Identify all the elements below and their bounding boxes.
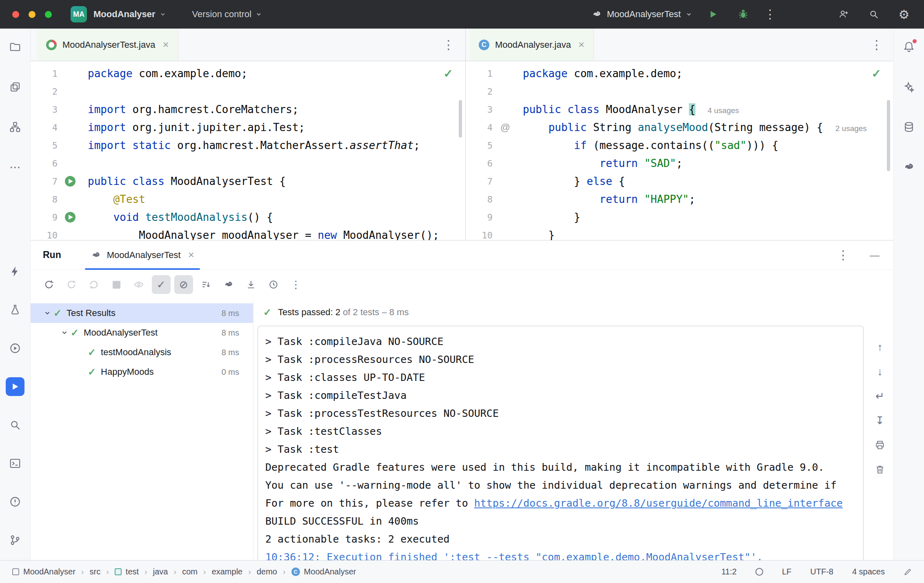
breadcrumb-item[interactable]: java (153, 567, 168, 576)
run-tab-moodanalysertest[interactable]: MoodAnalyserTest × (88, 240, 197, 270)
run-panel-options-icon[interactable]: ⋮ (837, 248, 849, 262)
hide-panel-icon[interactable]: — (870, 249, 880, 261)
breadcrumb-item[interactable]: MoodAnalyser (12, 567, 76, 576)
project-folder-icon[interactable] (6, 38, 24, 56)
build-icon[interactable] (6, 262, 24, 281)
sort-by-duration-icon[interactable] (197, 275, 215, 294)
run-toolwindow-icon[interactable] (6, 377, 24, 396)
test-tree-item[interactable]: ✓HappyMoods0 ms (31, 362, 253, 382)
test-tree-item[interactable]: ✓Test Results8 ms (31, 303, 253, 323)
code-line[interactable]: } (523, 226, 893, 240)
code-editor[interactable]: 12345678910 package com.example.demo;imp… (31, 61, 465, 240)
services-icon[interactable] (6, 339, 24, 358)
stop-icon[interactable] (107, 275, 126, 294)
indent-widget[interactable]: 4 spaces (852, 567, 885, 576)
encoding-widget[interactable]: UTF-8 (810, 567, 833, 576)
next-occurrence-icon[interactable]: ↓ (873, 365, 887, 378)
run-test-gutter-icon[interactable] (65, 212, 76, 223)
close-tab-icon[interactable]: × (162, 38, 169, 51)
breadcrumb-item[interactable]: demo (257, 567, 277, 576)
project-menu[interactable]: MoodAnalyser (93, 9, 155, 20)
code-line[interactable]: } else { (523, 172, 893, 190)
code-line[interactable]: @Test (88, 190, 465, 208)
copy-icon[interactable] (6, 78, 24, 96)
toolbar-more-icon[interactable]: ⋮ (287, 275, 305, 294)
soft-wrap-icon[interactable]: ↵ (873, 389, 887, 403)
inspections-passed-icon[interactable]: ✓ (444, 67, 453, 80)
code-line[interactable]: return "HAPPY"; (523, 190, 893, 208)
debug-button[interactable] (734, 5, 753, 24)
tab-moodanalyser-java[interactable]: C MoodAnalyser.java × (470, 29, 594, 61)
tab-moodanalysertest-java[interactable]: MoodAnalyserTest.java × (37, 29, 178, 61)
maximize-window-icon[interactable] (45, 11, 52, 18)
prev-occurrence-icon[interactable]: ↑ (873, 340, 887, 354)
caret-position[interactable]: 11:2 (721, 567, 736, 576)
settings-gear-icon[interactable]: ⚙ (895, 5, 913, 24)
git-branch-icon[interactable] (6, 531, 24, 550)
search-icon[interactable] (864, 5, 883, 24)
database-icon[interactable] (900, 118, 918, 136)
resume-icon[interactable] (62, 275, 81, 294)
code-line[interactable] (523, 82, 893, 100)
flask-icon[interactable] (6, 300, 24, 319)
gradle-icon[interactable] (900, 158, 918, 176)
code-line[interactable] (88, 82, 465, 100)
code-line[interactable]: } (523, 208, 893, 226)
clear-console-trash-icon[interactable] (873, 463, 887, 476)
run-configuration-selector[interactable]: MoodAnalyserTest (591, 9, 692, 20)
run-button[interactable] (704, 5, 722, 24)
scrollbar[interactable] (459, 100, 462, 138)
console-link[interactable]: https://docs.gradle.org/8.8/userguide/co… (474, 497, 843, 509)
line-separator-widget[interactable]: LF (782, 567, 791, 576)
show-passed-toggle-icon[interactable]: ✓ (152, 275, 171, 294)
code-line[interactable]: import org.junit.jupiter.api.Test; (88, 118, 465, 136)
code-text[interactable]: package com.example.demo;import org.hamc… (88, 65, 465, 240)
scroll-to-end-icon[interactable]: ↧ (873, 414, 887, 427)
more-actions-icon[interactable]: ⋮ (764, 8, 776, 20)
tab-options-icon[interactable]: ⋮ (871, 38, 883, 52)
rerun-failed-tests-icon[interactable] (84, 275, 103, 294)
inspections-passed-icon[interactable]: ✓ (872, 67, 881, 80)
test-history-icon[interactable] (264, 275, 283, 294)
problems-icon[interactable] (6, 492, 24, 511)
terminal-icon[interactable] (6, 454, 24, 473)
print-icon[interactable] (873, 438, 887, 452)
add-user-icon[interactable] (834, 5, 853, 24)
breadcrumb-item[interactable]: test (115, 567, 139, 576)
notifications-bell-icon[interactable] (900, 38, 918, 56)
code-analysis-ring-icon[interactable] (755, 568, 763, 576)
code-line[interactable]: if (message.contains(("sad"))) { (523, 136, 893, 154)
annotation-gutter-icon[interactable]: @ (493, 122, 518, 133)
console-output[interactable]: > Task :compileJava NO-SOURCE> Task :pro… (258, 326, 864, 560)
show-options-eye-icon[interactable] (129, 275, 148, 294)
scrollbar[interactable] (887, 100, 890, 171)
code-line[interactable]: import org.hamcrest.CoreMatchers; (88, 100, 465, 118)
rerun-icon[interactable] (40, 275, 58, 294)
breadcrumb-item[interactable]: com (182, 567, 198, 576)
chevron-expanded-icon[interactable] (41, 310, 53, 316)
ai-assistant-icon[interactable] (900, 78, 918, 96)
structure-icon[interactable] (6, 118, 24, 136)
code-line[interactable]: import static org.hamcrest.MatcherAssert… (88, 136, 465, 154)
test-tree-item[interactable]: ✓testMoodAnalysis8 ms (31, 343, 253, 362)
more-tool-windows-icon[interactable]: ⋯ (6, 158, 24, 176)
version-control-menu[interactable]: Version control (192, 9, 262, 20)
code-line[interactable] (88, 154, 465, 172)
close-tab-icon[interactable]: × (578, 38, 584, 51)
code-editor[interactable]: 1234@5678910 package com.example.demo;pu… (466, 61, 893, 240)
code-line[interactable]: public class MoodAnalyserTest { (88, 172, 465, 190)
breadcrumb-item[interactable]: CMoodAnalyser (291, 567, 356, 576)
import-test-results-icon[interactable] (242, 275, 260, 294)
minimize-window-icon[interactable] (29, 11, 36, 18)
code-line[interactable]: return "SAD"; (523, 154, 893, 172)
close-tab-icon[interactable]: × (188, 249, 194, 261)
find-icon[interactable] (6, 416, 24, 434)
code-line[interactable]: package com.example.demo; (88, 65, 465, 82)
run-test-gutter-icon[interactable] (65, 176, 76, 187)
code-line[interactable]: MoodAnalyser moodAnalyser = new MoodAnal… (88, 226, 465, 240)
code-line[interactable]: package com.example.demo; (523, 65, 893, 82)
write-access-pencil-icon[interactable] (904, 568, 912, 576)
code-text[interactable]: package com.example.demo;public class Mo… (523, 65, 893, 240)
close-window-icon[interactable] (12, 11, 19, 18)
show-ignored-toggle-icon[interactable]: ⊘ (174, 275, 193, 294)
